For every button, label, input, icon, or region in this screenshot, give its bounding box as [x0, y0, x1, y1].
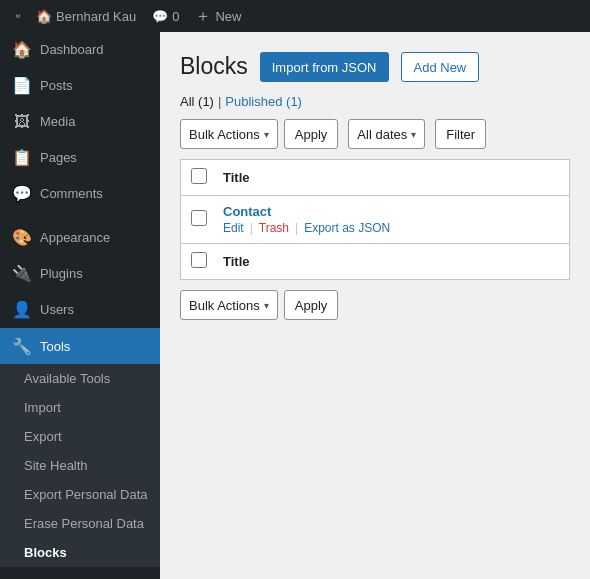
media-icon: 🖼	[12, 112, 32, 132]
footer-title-cell: Title	[213, 244, 570, 280]
table-header-row: Title	[181, 160, 570, 196]
action-separator: |	[250, 221, 253, 235]
sidebar-item-label: Dashboard	[40, 41, 104, 59]
bottom-actions-bar: Bulk Actions ▾ Apply	[180, 290, 570, 320]
submenu-item-import[interactable]: Import	[0, 393, 160, 422]
site-name-button[interactable]: 🏠 Bernhard Kau	[28, 0, 144, 32]
all-dates-label: All dates	[357, 127, 407, 142]
plugins-icon: 🔌	[12, 264, 32, 284]
filter-button[interactable]: Filter	[435, 119, 486, 149]
tools-submenu: Available Tools Import Export Site Healt…	[0, 364, 160, 567]
tools-icon: 🔧	[12, 336, 32, 356]
submenu-item-erase-personal-data[interactable]: Erase Personal Data	[0, 509, 160, 538]
top-actions-bar: Bulk Actions ▾ Apply All dates ▾ Filter	[180, 119, 570, 149]
submenu-label: Export Personal Data	[24, 487, 148, 502]
sidebar-item-label: Pages	[40, 149, 77, 167]
submenu-item-export[interactable]: Export	[0, 422, 160, 451]
apply-button-top[interactable]: Apply	[284, 119, 339, 149]
select-all-checkbox[interactable]	[191, 168, 207, 184]
row-checkbox-cell	[181, 196, 214, 244]
comments-count: 0	[172, 9, 179, 24]
sidebar-item-tools[interactable]: 🔧 Tools	[0, 328, 160, 364]
filter-link-all[interactable]: All (1)	[180, 94, 214, 109]
page-header: Blocks Import from JSON Add New	[180, 52, 570, 82]
comments-icon: 💬	[152, 9, 168, 24]
table-footer-row: Title	[181, 244, 570, 280]
plus-icon: ＋	[195, 6, 211, 27]
wp-logo-button[interactable]	[8, 6, 28, 26]
sidebar-item-media[interactable]: 🖼 Media	[0, 104, 160, 140]
sidebar: 🏠 Dashboard 📄 Posts 🖼 Media 📋 Pages 💬 Co…	[0, 32, 160, 579]
footer-checkbox-cell	[181, 244, 214, 280]
select-all-column	[181, 160, 214, 196]
submenu-item-available-tools[interactable]: Available Tools	[0, 364, 160, 393]
blocks-table: Title Contact Edit | Trash |	[180, 159, 570, 280]
submenu-label: Available Tools	[24, 371, 110, 386]
apply-button-bottom[interactable]: Apply	[284, 290, 339, 320]
all-dates-dropdown[interactable]: All dates ▾	[348, 119, 425, 149]
trash-action-link[interactable]: Trash	[259, 221, 289, 235]
sidebar-item-comments[interactable]: 💬 Comments	[0, 176, 160, 212]
main-content: Blocks Import from JSON Add New All (1) …	[160, 32, 590, 579]
submenu-label: Erase Personal Data	[24, 516, 144, 531]
chevron-down-icon: ▾	[411, 129, 416, 140]
sidebar-item-label: Media	[40, 113, 75, 131]
footer-title-label: Title	[223, 254, 250, 269]
sidebar-item-pages[interactable]: 📋 Pages	[0, 140, 160, 176]
filter-separator: |	[218, 94, 221, 109]
sidebar-item-label: Comments	[40, 185, 103, 203]
footer-select-checkbox[interactable]	[191, 252, 207, 268]
sidebar-item-label: Users	[40, 301, 74, 319]
bulk-actions-dropdown-bottom[interactable]: Bulk Actions ▾	[180, 290, 278, 320]
submenu-label: Import	[24, 400, 61, 415]
dashboard-icon: 🏠	[12, 40, 32, 60]
sidebar-item-posts[interactable]: 📄 Posts	[0, 68, 160, 104]
row-title-cell: Contact Edit | Trash | Export as JSON	[213, 196, 570, 244]
submenu-label: Site Health	[24, 458, 88, 473]
sidebar-item-users[interactable]: 👤 Users	[0, 292, 160, 328]
submenu-label: Export	[24, 429, 62, 444]
bulk-actions-label: Bulk Actions	[189, 127, 260, 142]
layout: 🏠 Dashboard 📄 Posts 🖼 Media 📋 Pages 💬 Co…	[0, 32, 590, 579]
bulk-actions-bottom-label: Bulk Actions	[189, 298, 260, 313]
filter-links: All (1) | Published (1)	[180, 94, 570, 109]
home-icon: 🏠	[36, 9, 52, 24]
admin-bar: 🏠 Bernhard Kau 💬 0 ＋ New	[0, 0, 590, 32]
sidebar-item-label: Posts	[40, 77, 73, 95]
sidebar-item-appearance[interactable]: 🎨 Appearance	[0, 220, 160, 256]
new-label: New	[215, 9, 241, 24]
sidebar-item-plugins[interactable]: 🔌 Plugins	[0, 256, 160, 292]
comments-button[interactable]: 💬 0	[144, 0, 187, 32]
sidebar-item-label: Tools	[40, 339, 70, 354]
edit-action-link[interactable]: Edit	[223, 221, 244, 235]
pages-icon: 📋	[12, 148, 32, 168]
submenu-label: Blocks	[24, 545, 67, 560]
submenu-item-blocks[interactable]: Blocks	[0, 538, 160, 567]
filter-link-published[interactable]: Published (1)	[225, 94, 302, 109]
add-new-button[interactable]: Add New	[401, 52, 480, 82]
row-actions: Edit | Trash | Export as JSON	[223, 221, 559, 235]
import-from-json-button[interactable]: Import from JSON	[260, 52, 389, 82]
table-row: Contact Edit | Trash | Export as JSON	[181, 196, 570, 244]
row-select-checkbox[interactable]	[191, 210, 207, 226]
action-separator: |	[295, 221, 298, 235]
bulk-actions-dropdown[interactable]: Bulk Actions ▾	[180, 119, 278, 149]
comments-nav-icon: 💬	[12, 184, 32, 204]
page-title: Blocks	[180, 52, 248, 82]
submenu-item-site-health[interactable]: Site Health	[0, 451, 160, 480]
new-content-button[interactable]: ＋ New	[187, 0, 249, 32]
block-title-link[interactable]: Contact	[223, 204, 271, 219]
posts-icon: 📄	[12, 76, 32, 96]
sidebar-item-label: Plugins	[40, 265, 83, 283]
sidebar-item-dashboard[interactable]: 🏠 Dashboard	[0, 32, 160, 68]
title-column-header: Title	[213, 160, 570, 196]
site-name: Bernhard Kau	[56, 9, 136, 24]
submenu-item-export-personal-data[interactable]: Export Personal Data	[0, 480, 160, 509]
sidebar-item-label: Appearance	[40, 229, 110, 247]
appearance-icon: 🎨	[12, 228, 32, 248]
chevron-down-icon: ▾	[264, 129, 269, 140]
export-json-action-link[interactable]: Export as JSON	[304, 221, 390, 235]
chevron-down-icon: ▾	[264, 300, 269, 311]
users-icon: 👤	[12, 300, 32, 320]
